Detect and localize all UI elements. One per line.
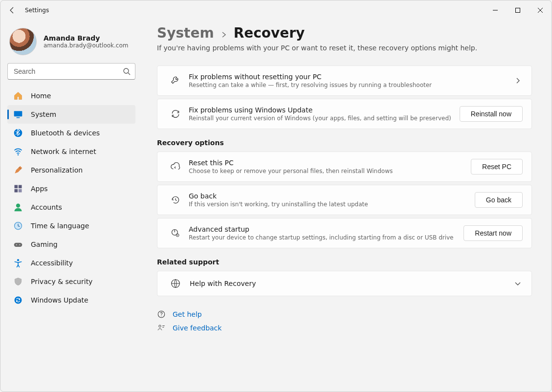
update-reinstall-card: Fix problems using Windows Update Reinst… — [157, 99, 532, 129]
reset-pc-button[interactable]: Reset PC — [471, 159, 523, 174]
refresh-icon — [166, 109, 185, 119]
sidebar-item-label: Accounts — [31, 203, 62, 211]
avatar — [9, 28, 37, 55]
sidebar-item-bluetooth[interactable]: Bluetooth & devices — [7, 124, 135, 142]
minimize-button[interactable] — [484, 0, 507, 20]
sidebar-item-update[interactable]: Windows Update — [7, 291, 135, 309]
section-heading-recovery: Recovery options — [157, 139, 532, 147]
svg-rect-6 — [15, 185, 18, 189]
nav-list: HomeSystemBluetooth & devicesNetwork & i… — [7, 87, 135, 309]
time-icon — [13, 221, 23, 231]
reinstall-now-button[interactable]: Reinstall now — [460, 106, 523, 122]
cloud-reset-icon — [166, 161, 185, 172]
sidebar-item-system[interactable]: System — [7, 105, 135, 124]
breadcrumb-parent[interactable]: System — [157, 25, 214, 41]
sidebar-item-label: Privacy & security — [31, 278, 92, 285]
power-gear-icon — [166, 228, 185, 238]
feedback-icon — [157, 324, 166, 332]
sidebar-item-label: Bluetooth & devices — [31, 129, 100, 137]
home-icon — [13, 91, 23, 101]
globe-help-icon — [166, 278, 185, 289]
sidebar-item-label: Network & internet — [31, 148, 96, 155]
maximize-button[interactable] — [507, 0, 529, 20]
svg-point-13 — [16, 244, 17, 245]
svg-point-22 — [161, 316, 161, 316]
troubleshoot-card[interactable]: Fix problems without resetting your PC R… — [157, 65, 532, 96]
update-icon — [13, 295, 23, 305]
network-icon — [13, 147, 23, 156]
reset-pc-card: Reset this PC Choose to keep or remove y… — [157, 152, 532, 182]
sidebar-item-label: Apps — [31, 185, 48, 193]
titlebar: Settings — [0, 0, 552, 20]
help-recovery-card[interactable]: Help with Recovery — [157, 271, 532, 296]
svg-point-14 — [19, 244, 20, 245]
card-subtitle: Reinstall your current version of Window… — [189, 115, 455, 122]
history-icon — [166, 195, 185, 205]
accessibility-icon — [13, 258, 23, 268]
sidebar-item-privacy[interactable]: Privacy & security — [7, 272, 135, 291]
search-input[interactable] — [7, 63, 135, 80]
svg-rect-8 — [15, 189, 18, 193]
sidebar-item-label: Accessibility — [31, 259, 73, 267]
section-heading-related: Related support — [157, 258, 532, 266]
chevron-right-icon — [221, 32, 227, 38]
go-back-button[interactable]: Go back — [475, 192, 523, 208]
svg-point-10 — [16, 204, 20, 208]
card-subtitle: Restart your device to change startup se… — [189, 234, 459, 241]
apps-icon — [13, 184, 23, 194]
back-button[interactable] — [8, 6, 18, 14]
card-subtitle: If this version isn't working, try unins… — [189, 201, 470, 208]
sidebar-item-label: System — [31, 110, 56, 118]
restart-now-button[interactable]: Restart now — [464, 225, 523, 241]
sidebar-item-time[interactable]: Time & language — [7, 217, 135, 235]
personalization-icon — [13, 165, 23, 175]
chevron-right-icon — [515, 78, 523, 84]
sidebar-item-apps[interactable]: Apps — [7, 179, 135, 198]
profile-name: Amanda Brady — [44, 34, 128, 42]
sidebar-item-label: Home — [31, 92, 51, 100]
sidebar-item-personalization[interactable]: Personalization — [7, 161, 135, 179]
give-feedback-link[interactable]: Give feedback — [157, 324, 532, 332]
svg-point-5 — [18, 154, 19, 155]
breadcrumb: System Recovery — [157, 25, 532, 41]
card-subtitle: Choose to keep or remove your personal f… — [189, 168, 466, 174]
sidebar: Amanda Brady amanda.brady@outlook.com Ho… — [0, 20, 142, 392]
gaming-icon — [13, 240, 23, 249]
svg-point-23 — [159, 325, 161, 327]
search-box[interactable] — [7, 63, 135, 80]
card-title: Reset this PC — [189, 159, 466, 167]
chevron-down-icon — [515, 281, 523, 286]
card-title: Fix problems using Windows Update — [189, 106, 455, 114]
privacy-icon — [13, 277, 23, 286]
card-title: Help with Recovery — [189, 280, 510, 287]
card-title: Go back — [189, 192, 470, 200]
card-subtitle: Resetting can take a while — first, try … — [189, 82, 510, 88]
svg-point-15 — [17, 259, 19, 261]
sidebar-item-accessibility[interactable]: Accessibility — [7, 254, 135, 272]
svg-rect-3 — [17, 117, 20, 118]
sidebar-item-label: Time & language — [31, 222, 89, 230]
sidebar-item-label: Gaming — [31, 240, 58, 248]
sidebar-item-gaming[interactable]: Gaming — [7, 235, 135, 254]
close-button[interactable] — [529, 0, 552, 20]
search-icon — [123, 67, 131, 75]
profile-block[interactable]: Amanda Brady amanda.brady@outlook.com — [7, 25, 135, 63]
sidebar-item-home[interactable]: Home — [7, 87, 135, 105]
svg-rect-2 — [14, 111, 22, 116]
breadcrumb-current: Recovery — [234, 25, 305, 41]
bluetooth-icon — [13, 128, 23, 138]
svg-rect-12 — [14, 243, 22, 247]
window-title: Settings — [25, 7, 49, 14]
go-back-card: Go back If this version isn't working, t… — [157, 185, 532, 215]
get-help-label: Get help — [173, 310, 202, 318]
give-feedback-label: Give feedback — [173, 324, 221, 332]
main-content: System Recovery If you're having problem… — [142, 20, 552, 392]
svg-rect-7 — [19, 185, 22, 189]
sidebar-item-network[interactable]: Network & internet — [7, 142, 135, 161]
sidebar-item-accounts[interactable]: Accounts — [7, 198, 135, 217]
svg-point-19 — [177, 235, 178, 236]
svg-point-16 — [15, 297, 22, 304]
sidebar-item-label: Personalization — [31, 166, 83, 174]
get-help-link[interactable]: Get help — [157, 310, 532, 319]
advanced-startup-card: Advanced startup Restart your device to … — [157, 218, 532, 248]
